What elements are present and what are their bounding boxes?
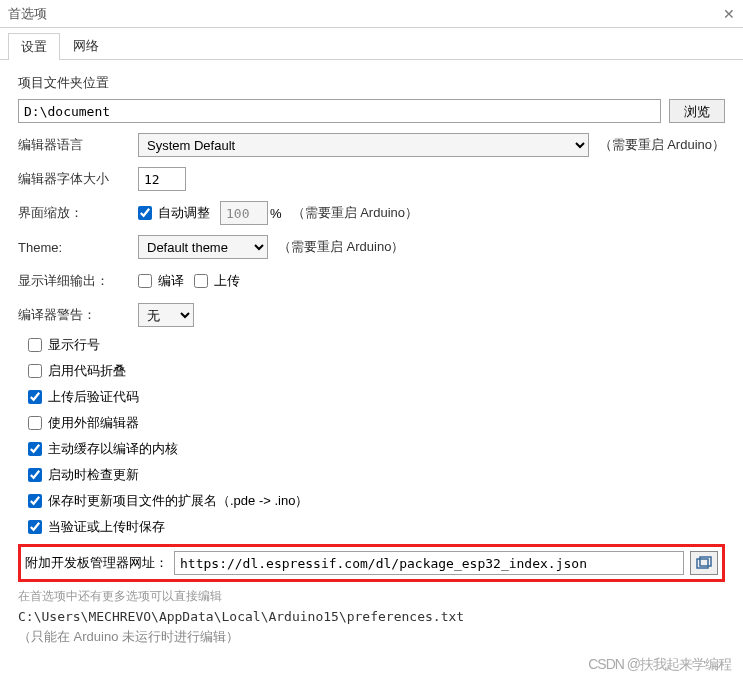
line-numbers-checkbox[interactable] <box>28 338 42 352</box>
external-editor-checkbox[interactable] <box>28 416 42 430</box>
font-size-input[interactable] <box>138 167 186 191</box>
theme-hint: （需要重启 Arduino） <box>278 238 404 256</box>
external-editor-label: 使用外部编辑器 <box>48 414 139 432</box>
line-numbers-label: 显示行号 <box>48 336 100 354</box>
window-icon <box>696 556 712 570</box>
font-size-label: 编辑器字体大小 <box>18 170 138 188</box>
verbose-upload-label: 上传 <box>214 272 240 290</box>
scale-hint: （需要重启 Arduino） <box>292 204 418 222</box>
check-updates-label: 启动时检查更新 <box>48 466 139 484</box>
save-verify-label: 当验证或上传时保存 <box>48 518 165 536</box>
warnings-select[interactable]: 无 <box>138 303 194 327</box>
scale-input[interactable] <box>220 201 268 225</box>
verbose-compile-checkbox[interactable] <box>138 274 152 288</box>
code-fold-checkbox[interactable] <box>28 364 42 378</box>
scale-auto-label: 自动调整 <box>158 204 210 222</box>
verbose-compile-label: 编译 <box>158 272 184 290</box>
scale-auto-checkbox[interactable] <box>138 206 152 220</box>
sketch-location-label: 项目文件夹位置 <box>18 74 725 92</box>
theme-label: Theme: <box>18 240 138 255</box>
code-fold-label: 启用代码折叠 <box>48 362 126 380</box>
tab-network[interactable]: 网络 <box>60 32 112 59</box>
watermark: CSDN @扶我起来学编程 <box>588 656 731 674</box>
verbose-label: 显示详细输出： <box>18 272 138 290</box>
scale-label: 界面缩放： <box>18 204 138 222</box>
titlebar: 首选项 ✕ <box>0 0 743 28</box>
editor-lang-hint: （需要重启 Arduino） <box>599 136 725 154</box>
more-hint: 在首选项中还有更多选项可以直接编辑 <box>18 588 725 605</box>
theme-select[interactable]: Default theme <box>138 235 268 259</box>
editor-lang-label: 编辑器语言 <box>18 136 138 154</box>
prefs-note: （只能在 Arduino 未运行时进行编辑） <box>18 628 725 646</box>
verify-upload-label: 上传后验证代码 <box>48 388 139 406</box>
verbose-upload-checkbox[interactable] <box>194 274 208 288</box>
update-ext-checkbox[interactable] <box>28 494 42 508</box>
save-verify-checkbox[interactable] <box>28 520 42 534</box>
editor-lang-select[interactable]: System Default <box>138 133 589 157</box>
boards-url-input[interactable] <box>174 551 684 575</box>
close-icon[interactable]: ✕ <box>723 6 735 22</box>
check-updates-checkbox[interactable] <box>28 468 42 482</box>
sketch-location-input[interactable] <box>18 99 661 123</box>
boards-url-expand-button[interactable] <box>690 551 718 575</box>
window-title: 首选项 <box>8 5 47 23</box>
boards-url-label: 附加开发板管理器网址： <box>25 554 168 572</box>
tab-settings[interactable]: 设置 <box>8 33 60 60</box>
browse-button[interactable]: 浏览 <box>669 99 725 123</box>
update-ext-label: 保存时更新项目文件的扩展名（.pde -> .ino） <box>48 492 308 510</box>
verify-upload-checkbox[interactable] <box>28 390 42 404</box>
prefs-path: C:\Users\MECHREVO\AppData\Local\Arduino1… <box>18 609 725 624</box>
scale-unit: % <box>270 206 282 221</box>
content: 项目文件夹位置 浏览 编辑器语言 System Default （需要重启 Ar… <box>0 60 743 660</box>
boards-url-highlight: 附加开发板管理器网址： <box>18 544 725 582</box>
tabs: 设置 网络 <box>0 28 743 60</box>
cache-cores-label: 主动缓存以编译的内核 <box>48 440 178 458</box>
warnings-label: 编译器警告： <box>18 306 138 324</box>
cache-cores-checkbox[interactable] <box>28 442 42 456</box>
